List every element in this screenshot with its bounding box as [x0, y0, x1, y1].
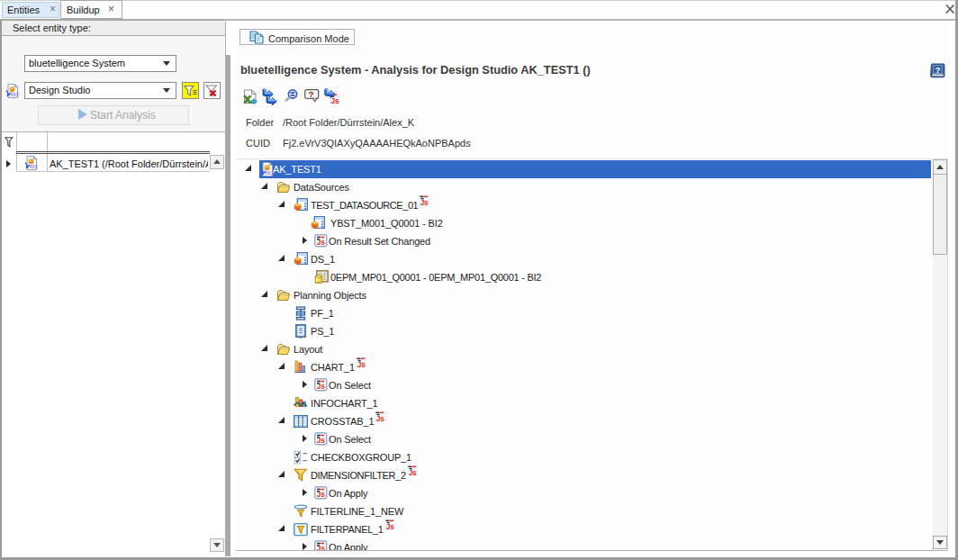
svg-text:Js: Js [409, 468, 417, 476]
svg-text:?: ? [935, 65, 941, 75]
svg-text:XXX: XXX [11, 93, 20, 97]
svg-text:Js: Js [376, 414, 385, 422]
svg-text:Js: Js [317, 544, 326, 551]
svg-text:Js: Js [317, 382, 326, 391]
svg-text:Js: Js [420, 198, 429, 206]
svg-text:XXX: XXX [30, 165, 39, 169]
svg-text:Js: Js [317, 490, 326, 499]
svg-text:Js: Js [385, 522, 393, 530]
svg-text:?: ? [309, 89, 314, 99]
svg-text:Js: Js [317, 436, 326, 445]
svg-text:Js: Js [330, 96, 339, 104]
svg-text:Js: Js [317, 238, 326, 247]
svg-text:Js: Js [357, 360, 366, 368]
